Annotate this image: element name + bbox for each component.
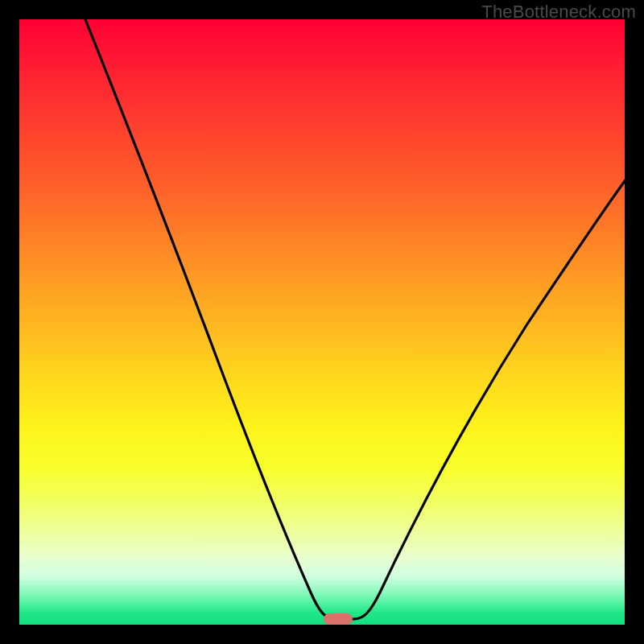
plot-area (19, 19, 625, 625)
bottleneck-curve (19, 19, 625, 625)
chart-frame: TheBottleneck.com (0, 0, 644, 644)
watermark-text: TheBottleneck.com (481, 2, 636, 23)
optimal-marker (324, 613, 353, 625)
curve-path (82, 19, 625, 619)
